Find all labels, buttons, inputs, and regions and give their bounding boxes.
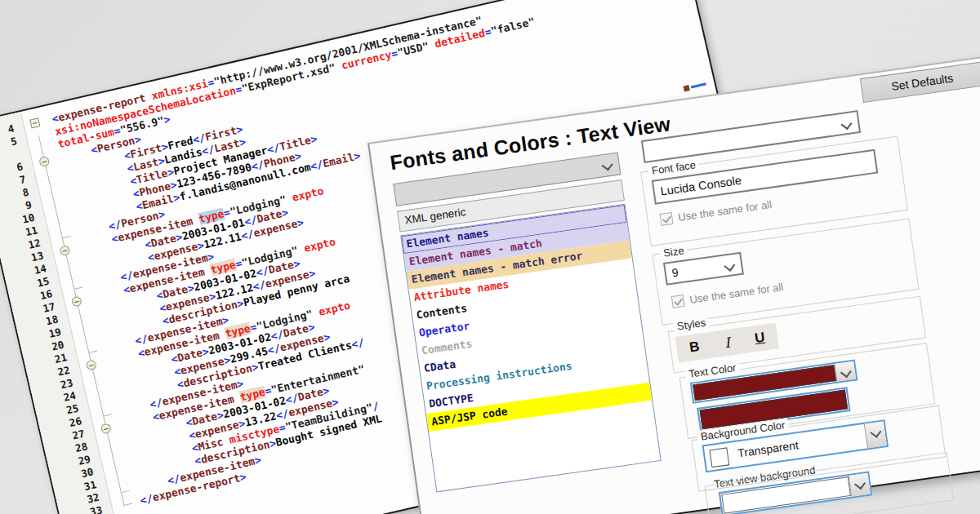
dropdown-button[interactable]: [834, 361, 856, 382]
page: 4<expense-report xmlns:xsi="http://www.w…: [0, 0, 980, 514]
set-defaults-button[interactable]: Set Defaults: [860, 61, 980, 103]
code-area[interactable]: 4<expense-report xmlns:xsi="http://www.w…: [0, 0, 685, 123]
font-same-for-all-checkbox[interactable]: [660, 212, 674, 226]
chevron-down-icon: [840, 366, 852, 378]
background-color-value: Transparent: [737, 438, 799, 459]
checkmark-icon: [674, 296, 683, 306]
chevron-down-icon: [854, 478, 866, 490]
checkmark-icon: [662, 214, 671, 224]
background-color-swatch: [709, 447, 729, 467]
chevron-down-icon: [602, 159, 613, 171]
artifact-square-icon: [683, 85, 689, 91]
size-same-for-all-checkbox[interactable]: [671, 295, 685, 308]
underline-button[interactable]: U: [754, 330, 766, 348]
style-listbox[interactable]: Element namesElement names - matchElemen…: [400, 204, 662, 493]
dropdown-button[interactable]: [849, 473, 871, 497]
artifact-dash-icon: [691, 82, 706, 88]
chevron-down-icon: [724, 260, 735, 272]
dropdown-button[interactable]: [864, 421, 887, 448]
italic-button[interactable]: I: [724, 335, 731, 352]
chevron-down-icon: [870, 427, 881, 438]
bold-button[interactable]: B: [688, 339, 701, 357]
chevron-down-icon: [841, 118, 853, 130]
size-value: 9: [671, 266, 679, 280]
